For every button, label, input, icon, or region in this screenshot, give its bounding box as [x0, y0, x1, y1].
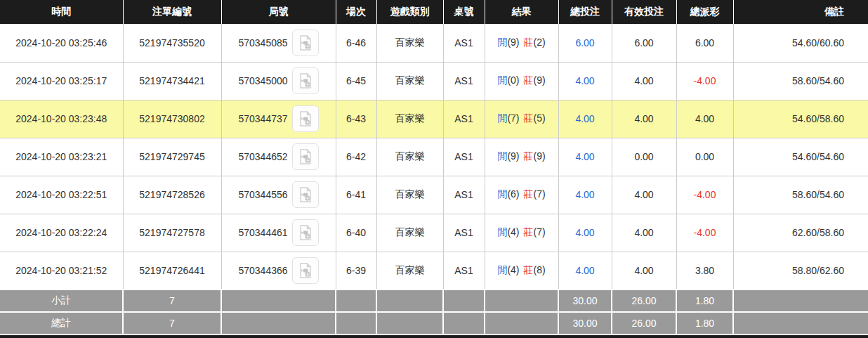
cell-remark: 54.60/54.60 — [733, 138, 868, 176]
player-score: (6) — [507, 188, 519, 200]
round-number: 570344366 — [238, 265, 287, 276]
cell-game-type: 百家樂 — [376, 24, 443, 62]
round-number: 570344737 — [238, 113, 287, 124]
video-replay-button[interactable] — [292, 67, 319, 94]
cell-game-type: 百家樂 — [376, 252, 443, 290]
table-row[interactable]: 2024-10-20 03:23:21 521974729745 5703446… — [0, 138, 868, 176]
cell-session: 6-46 — [336, 24, 376, 62]
bet-history-table: 時間 注單編號 局號 場次 遊戲類別 桌號 結果 總投注 有效投注 總派彩 備註… — [0, 0, 868, 335]
cell-table-no: AS1 — [443, 214, 485, 252]
cell-round: 570345000 — [221, 62, 336, 100]
cell-result: 閒(4)莊(7) — [485, 214, 558, 252]
banker-score: (2) — [534, 37, 546, 48]
player-label: 閒 — [497, 74, 507, 86]
cell-table-no: AS1 — [443, 176, 485, 214]
summary-row: 總計 7 30.00 26.00 1.80 — [0, 312, 868, 334]
player-score: (0) — [507, 74, 519, 86]
cell-time: 2024-10-20 03:22:51 — [0, 176, 123, 214]
cell-table-no: AS1 — [443, 24, 485, 62]
cell-game-type: 百家樂 — [376, 100, 443, 138]
header-total-bet: 總投注 — [558, 0, 612, 24]
table-row[interactable]: 2024-10-20 03:22:24 521974727578 5703444… — [0, 214, 868, 252]
banker-score: (9) — [534, 150, 546, 162]
header-row: 時間 注單編號 局號 場次 遊戲類別 桌號 結果 總投注 有效投注 總派彩 備註 — [0, 0, 868, 24]
cell-result: 閒(7)莊(5) — [485, 100, 558, 138]
footer-empty-session — [336, 312, 376, 334]
cell-result: 閒(9)莊(2) — [485, 24, 558, 62]
footer-count: 7 — [123, 290, 221, 312]
cell-bet-id: 521974727578 — [123, 214, 221, 252]
video-file-icon — [297, 110, 314, 127]
footer-empty-round — [221, 312, 336, 334]
round-number: 570344461 — [238, 227, 287, 238]
cell-bet-id: 521974729745 — [123, 138, 221, 176]
cell-time: 2024-10-20 03:21:52 — [0, 252, 123, 290]
cell-total-payout: -4.00 — [676, 62, 733, 100]
table-row[interactable]: 2024-10-20 03:25:17 521974734421 5703450… — [0, 62, 868, 100]
video-file-icon — [297, 34, 314, 51]
cell-session: 6-39 — [336, 252, 376, 290]
footer-valid-bet: 26.00 — [612, 290, 676, 312]
video-replay-button[interactable] — [292, 181, 319, 208]
video-file-icon — [297, 72, 314, 89]
cell-remark: 54.60/58.60 — [733, 100, 868, 138]
cell-bet-id: 521974726441 — [123, 252, 221, 290]
cell-round: 570344737 — [221, 100, 336, 138]
footer-empty-game-type — [376, 312, 443, 334]
player-label: 閒 — [497, 226, 507, 238]
cell-time: 2024-10-20 03:23:48 — [0, 100, 123, 138]
video-replay-button[interactable] — [292, 105, 319, 132]
player-label: 閒 — [497, 37, 507, 48]
cell-remark: 62.60/58.60 — [733, 214, 868, 252]
video-replay-button[interactable] — [292, 30, 319, 56]
footer-empty-table-no — [443, 312, 485, 334]
cell-total-payout: 6.00 — [676, 24, 733, 62]
cell-bet-id: 521974734421 — [123, 62, 221, 100]
player-score: (9) — [507, 150, 519, 162]
cell-valid-bet: 4.00 — [612, 252, 676, 290]
header-time: 時間 — [0, 0, 123, 24]
cell-total-payout: -4.00 — [676, 176, 733, 214]
header-result: 結果 — [485, 0, 558, 24]
cell-result: 閒(0)莊(9) — [485, 62, 558, 100]
banker-label: 莊 — [524, 264, 534, 275]
cell-total-bet: 6.00 — [558, 24, 612, 62]
video-file-icon — [297, 148, 314, 165]
table-row[interactable]: 2024-10-20 03:21:52 521974726441 5703443… — [0, 252, 868, 290]
video-replay-button[interactable] — [292, 143, 319, 170]
table-row[interactable]: 2024-10-20 03:25:46 521974735520 5703450… — [0, 24, 868, 62]
player-score: (4) — [507, 264, 519, 275]
cell-time: 2024-10-20 03:25:46 — [0, 24, 123, 62]
cell-round: 570345085 — [221, 24, 336, 62]
table-row[interactable]: 2024-10-20 03:23:48 521974730802 5703447… — [0, 100, 868, 138]
video-replay-button[interactable] — [292, 257, 319, 284]
cell-total-payout: 0.00 — [676, 138, 733, 176]
video-replay-button[interactable] — [292, 219, 319, 246]
cell-session: 6-42 — [336, 138, 376, 176]
cell-game-type: 百家樂 — [376, 214, 443, 252]
header-valid-bet: 有效投注 — [612, 0, 676, 24]
banker-score: (8) — [534, 264, 546, 275]
banker-label: 莊 — [524, 188, 534, 200]
footer-empty-table-no — [443, 290, 485, 312]
cell-total-payout: 4.00 — [676, 100, 733, 138]
header-game-type: 遊戲類別 — [376, 0, 443, 24]
header-bet-id: 注單編號 — [123, 0, 221, 24]
banker-score: (9) — [534, 74, 546, 86]
cell-total-bet: 4.00 — [558, 252, 612, 290]
footer-empty-result — [485, 290, 558, 312]
cell-valid-bet: 0.00 — [612, 138, 676, 176]
video-file-icon — [297, 224, 314, 241]
round-number: 570344652 — [238, 151, 287, 162]
footer-label: 總計 — [0, 312, 123, 334]
player-score: (4) — [507, 226, 519, 238]
cell-session: 6-43 — [336, 100, 376, 138]
player-label: 閒 — [497, 188, 507, 200]
footer-empty-remark — [733, 312, 868, 334]
cell-valid-bet: 6.00 — [612, 24, 676, 62]
round-number: 570344556 — [238, 189, 287, 200]
table-row[interactable]: 2024-10-20 03:22:51 521974728526 5703445… — [0, 176, 868, 214]
cell-result: 閒(9)莊(9) — [485, 138, 558, 176]
footer-count: 7 — [123, 312, 221, 334]
cell-remark: 58.80/62.60 — [733, 252, 868, 290]
